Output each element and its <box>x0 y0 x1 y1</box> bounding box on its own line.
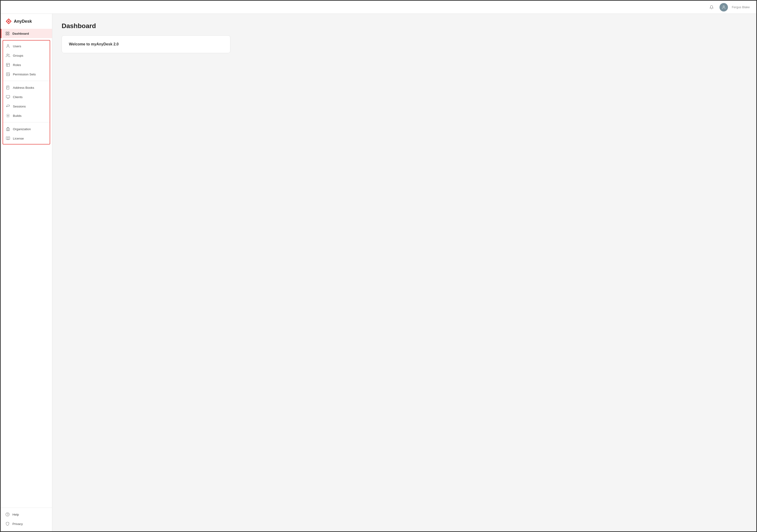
roles-icon <box>6 63 10 67</box>
sidebar-nav: Dashboard Users <box>1 29 52 508</box>
svg-point-9 <box>7 54 8 55</box>
privacy-icon <box>5 522 10 526</box>
sidebar-item-license-label: License <box>13 137 24 140</box>
svg-rect-10 <box>6 63 10 67</box>
main-content: Dashboard Welcome to myAnyDesk 2.0 <box>52 14 756 531</box>
sidebar-item-clients-label: Clients <box>13 95 22 99</box>
svg-rect-15 <box>8 129 9 131</box>
welcome-text: Welcome to myAnyDesk 2.0 <box>69 42 119 46</box>
sidebar-item-groups-label: Groups <box>13 54 23 57</box>
address-books-icon <box>6 85 10 90</box>
logo: AnyDesk <box>1 14 52 29</box>
nav-section-box: Users Groups <box>3 40 50 145</box>
sidebar-item-address-books[interactable]: Address Books <box>3 83 50 92</box>
user-name-label: Fergus Blake <box>732 5 750 9</box>
clients-icon <box>6 95 10 99</box>
svg-point-16 <box>6 513 9 516</box>
svg-rect-4 <box>6 32 7 33</box>
sidebar-item-groups[interactable]: Groups <box>3 51 50 60</box>
svg-rect-13 <box>6 95 10 98</box>
help-icon <box>5 512 10 517</box>
notification-icon[interactable] <box>707 3 716 12</box>
sidebar-item-sessions[interactable]: Sessions <box>3 101 50 111</box>
sidebar-item-dashboard-label: Dashboard <box>13 32 29 35</box>
nav-divider-1 <box>3 81 50 81</box>
page-title: Dashboard <box>62 22 747 30</box>
nav-divider-2 <box>3 122 50 123</box>
sidebar-item-roles[interactable]: Roles <box>3 60 50 70</box>
organization-icon <box>6 127 10 131</box>
sidebar-item-help[interactable]: Help <box>1 510 52 519</box>
builds-icon <box>6 114 10 118</box>
sidebar-item-address-books-label: Address Books <box>13 86 34 90</box>
svg-rect-7 <box>8 34 9 35</box>
svg-point-0 <box>723 6 724 7</box>
avatar[interactable] <box>719 3 728 12</box>
sidebar-item-roles-label: Roles <box>13 63 21 67</box>
sidebar-item-builds-label: Builds <box>13 114 21 118</box>
svg-rect-6 <box>6 34 7 35</box>
sessions-icon <box>6 104 10 108</box>
sidebar-item-organization-label: Organization <box>13 127 31 131</box>
svg-point-8 <box>7 44 9 46</box>
permission-sets-icon <box>6 72 10 76</box>
sidebar-bottom: Help Privacy <box>1 508 52 531</box>
logo-text: AnyDesk <box>14 19 32 24</box>
users-icon <box>6 44 10 48</box>
sidebar-item-help-label: Help <box>13 513 19 516</box>
sidebar-item-clients[interactable]: Clients <box>3 92 50 101</box>
groups-icon <box>6 53 10 58</box>
bell-icon <box>710 5 713 9</box>
license-icon <box>6 136 10 140</box>
sidebar-item-permission-sets[interactable]: Permission Sets <box>3 70 50 79</box>
sidebar-item-privacy-label: Privacy <box>13 522 23 526</box>
welcome-card: Welcome to myAnyDesk 2.0 <box>62 35 230 53</box>
sidebar-item-users[interactable]: Users <box>3 42 50 51</box>
user-avatar-icon <box>722 5 726 9</box>
sidebar-item-dashboard[interactable]: Dashboard <box>1 29 52 38</box>
sidebar-item-permission-sets-label: Permission Sets <box>13 72 36 76</box>
svg-point-14 <box>8 115 9 116</box>
sidebar-item-privacy[interactable]: Privacy <box>1 519 52 528</box>
svg-rect-5 <box>8 32 9 33</box>
svg-rect-12 <box>7 86 9 90</box>
sidebar: AnyDesk Dashboard <box>1 14 52 531</box>
sidebar-item-license[interactable]: License <box>3 134 50 143</box>
dashboard-icon <box>5 31 10 36</box>
sidebar-item-users-label: Users <box>13 44 21 48</box>
sidebar-item-sessions-label: Sessions <box>13 105 26 108</box>
topbar: Fergus Blake <box>1 1 756 14</box>
anydesk-logo-icon <box>5 18 12 25</box>
sidebar-item-builds[interactable]: Builds <box>3 111 50 120</box>
sidebar-item-organization[interactable]: Organization <box>3 124 50 134</box>
